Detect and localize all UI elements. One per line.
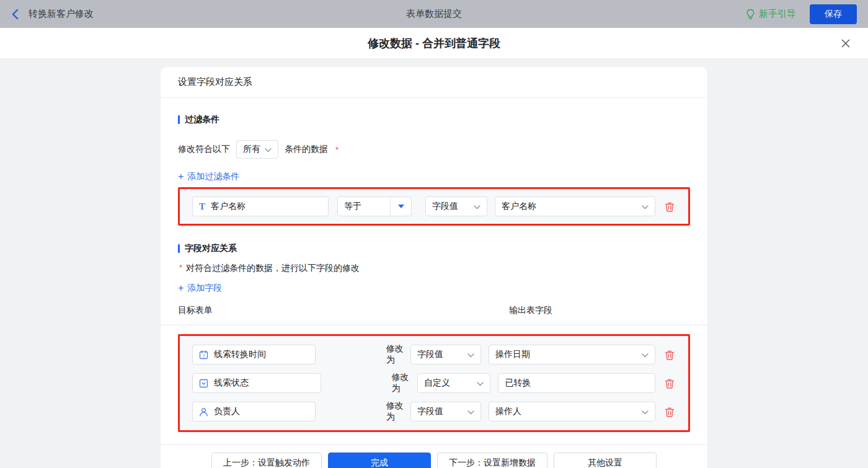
delete-mapping-row-button[interactable]: [663, 377, 676, 390]
mapping-row: 7 线索转换时间 修改为 字段值 操作日期: [192, 343, 676, 366]
match-mode-select[interactable]: 所有: [236, 140, 278, 159]
filter-condition-row: T 客户名称 等于 字段值: [192, 196, 676, 216]
modify-to-label: 修改为: [386, 343, 409, 366]
trash-icon: [665, 378, 675, 389]
chevron-down-icon: [642, 407, 649, 417]
filter-value: 客户名称: [502, 201, 536, 212]
mapping-row: 线索状态 修改为 自定义 已转换: [192, 372, 676, 394]
settings-card: 设置字段对应关系 过滤条件 修改符合以下 所有 条件的数据 * +: [161, 67, 707, 468]
output-field-select[interactable]: 操作日期: [489, 345, 655, 364]
output-field-column-header: 输出表字段: [509, 305, 552, 316]
card-title: 设置字段对应关系: [161, 67, 707, 98]
value-type-value: 字段值: [432, 201, 458, 212]
required-mark: *: [335, 145, 339, 154]
operator-value: 等于: [338, 201, 390, 212]
plus-icon: +: [178, 283, 184, 293]
chevron-down-icon: [642, 350, 649, 360]
mapping-section-label: 字段对应关系: [185, 243, 237, 254]
condition-suffix-label: 条件的数据: [285, 144, 328, 155]
plus-icon: +: [178, 172, 184, 182]
mapping-section-title: 字段对应关系: [178, 243, 690, 254]
value-type-select[interactable]: 字段值: [425, 196, 487, 216]
prev-step-button[interactable]: 上一步：设置触发动作: [211, 453, 322, 468]
filter-section-label: 过滤条件: [185, 114, 219, 125]
mapping-description: 对符合过滤条件的数据，进行以下字段的修改: [186, 263, 360, 274]
chevron-down-icon: [474, 201, 480, 211]
chevron-left-icon: [11, 9, 20, 20]
section-accent-bar: [178, 115, 180, 124]
user-icon: [199, 407, 208, 417]
chevron-down-icon: [265, 144, 272, 154]
add-filter-condition-label: 添加过滤条件: [187, 171, 239, 182]
output-field-value: 操作日期: [495, 349, 530, 360]
topbar: 转换新客户修改 表单数据提交 新手引导 保存: [0, 0, 868, 28]
add-filter-condition-link[interactable]: + 添加过滤条件: [178, 171, 239, 182]
output-field-select[interactable]: 操作人: [489, 402, 655, 422]
target-field-value: 线索转换时间: [214, 349, 266, 360]
filter-section-title: 过滤条件: [178, 114, 690, 125]
mapping-row: 负责人 修改为 字段值 操作人: [192, 400, 676, 423]
match-mode-value: 所有: [243, 144, 260, 155]
chevron-down-icon: [467, 350, 474, 360]
filter-value-select[interactable]: 客户名称: [495, 196, 655, 216]
page-title: 表单数据提交: [0, 8, 868, 20]
triangle-down-icon: [398, 205, 404, 208]
value-type-select[interactable]: 自定义: [417, 373, 491, 393]
beginner-guide-link[interactable]: 新手引导: [746, 8, 796, 20]
target-field-value: 线索状态: [214, 377, 249, 389]
delete-mapping-row-button[interactable]: [663, 405, 676, 418]
trash-icon: [665, 407, 675, 417]
target-field-input[interactable]: 线索状态: [192, 373, 321, 393]
text-field-icon: T: [199, 202, 205, 211]
add-field-label: 添加字段: [187, 283, 222, 294]
required-mark: *: [179, 263, 182, 272]
lightbulb-icon: [746, 9, 755, 20]
trash-icon: [665, 201, 675, 212]
filter-highlight-box: T 客户名称 等于 字段值: [178, 187, 690, 226]
dialog-header: 修改数据 - 合并到普通字段: [0, 28, 868, 59]
divider: [161, 325, 707, 325]
flow-name: 转换新客户修改: [29, 8, 94, 20]
custom-value-input[interactable]: 已转换: [498, 373, 655, 393]
target-field-input[interactable]: 负责人: [192, 402, 316, 422]
back-button[interactable]: [11, 9, 20, 20]
card-footer: 上一步：设置触发动作 完成 下一步：设置新增数据 其他设置: [161, 445, 707, 468]
target-form-column-header: 目标表单: [178, 305, 509, 316]
filter-field-input[interactable]: T 客户名称: [192, 196, 329, 216]
delete-filter-row-button[interactable]: [663, 200, 676, 213]
value-type-value: 字段值: [417, 349, 443, 360]
value-type-value: 字段值: [417, 406, 443, 417]
delete-mapping-row-button[interactable]: [663, 348, 676, 361]
output-field-value: 操作人: [495, 406, 521, 417]
done-button[interactable]: 完成: [328, 453, 431, 468]
chevron-down-icon: [477, 378, 484, 388]
chevron-down-icon: [467, 407, 474, 417]
value-type-select[interactable]: 字段值: [410, 402, 481, 422]
value-type-value: 自定义: [424, 377, 450, 389]
modify-to-label: 修改为: [386, 400, 409, 423]
section-accent-bar: [178, 244, 180, 253]
dialog-title: 修改数据 - 合并到普通字段: [368, 36, 500, 51]
close-button[interactable]: [838, 36, 853, 51]
value-type-select[interactable]: 字段值: [410, 345, 481, 364]
beginner-guide-label: 新手引导: [759, 8, 796, 20]
filter-field-value: 客户名称: [211, 201, 246, 212]
operator-select[interactable]: 等于: [337, 196, 412, 216]
svg-text:7: 7: [203, 353, 205, 358]
modify-to-label: 修改为: [392, 372, 416, 394]
add-field-link[interactable]: + 添加字段: [178, 283, 222, 294]
target-field-input[interactable]: 7 线索转换时间: [192, 345, 316, 364]
chevron-down-icon: [642, 201, 649, 211]
target-field-value: 负责人: [214, 406, 240, 417]
calendar-icon: 7: [199, 350, 208, 360]
save-button[interactable]: 保存: [810, 4, 857, 24]
next-step-button[interactable]: 下一步：设置新增数据: [437, 453, 547, 468]
select-field-icon: [199, 379, 208, 388]
custom-value: 已转换: [505, 377, 531, 389]
dialog-body: 设置字段对应关系 过滤条件 修改符合以下 所有 条件的数据 * +: [0, 59, 868, 468]
close-icon: [841, 38, 851, 48]
mapping-highlight-box: 7 线索转换时间 修改为 字段值 操作日期: [178, 334, 690, 432]
operator-dropdown-button[interactable]: [390, 197, 411, 216]
other-settings-button[interactable]: 其他设置: [554, 453, 657, 468]
trash-icon: [665, 350, 675, 360]
